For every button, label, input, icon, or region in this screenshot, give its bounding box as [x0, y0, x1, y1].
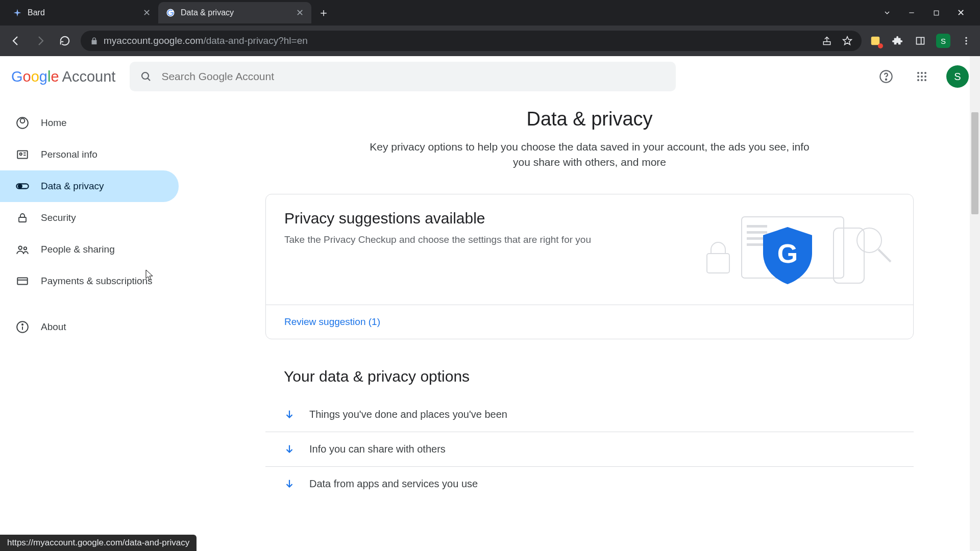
privacy-suggestions-card: Privacy suggestions available Take the P…: [265, 194, 914, 339]
svg-point-9: [965, 37, 967, 39]
chevron-down-icon[interactable]: [882, 8, 892, 18]
tab-strip: Bard ✕ Data & privacy ✕ ＋ ✕: [0, 0, 980, 26]
sidebar-item-personal-info[interactable]: Personal info: [0, 139, 179, 170]
back-button[interactable]: [7, 32, 24, 49]
page-viewport: Google Account S Home: [0, 56, 980, 551]
profile-badge[interactable]: S: [936, 34, 950, 48]
sidebar-item-label: Payments & subscriptions: [41, 276, 153, 287]
extension-badge-icon[interactable]: [869, 34, 882, 47]
card-icon: [15, 274, 30, 288]
window-controls: ✕: [882, 8, 975, 18]
sidebar-item-data-privacy[interactable]: Data & privacy: [0, 170, 179, 202]
sidebar-item-security[interactable]: Security: [0, 202, 179, 234]
sidebar-item-label: Security: [41, 212, 76, 223]
svg-point-20: [921, 76, 923, 78]
lock-icon: [15, 211, 30, 225]
sidebar-item-label: Data & privacy: [41, 181, 104, 192]
svg-text:G: G: [777, 239, 798, 268]
people-icon: [15, 242, 30, 257]
sidepanel-icon[interactable]: [914, 34, 927, 47]
main-content: Data & privacy Key privacy options to he…: [199, 97, 980, 551]
address-row: myaccount.google.com/data-and-privacy?hl…: [0, 26, 980, 56]
account-word: Account: [62, 68, 116, 85]
sidebar-item-label: About: [41, 321, 66, 333]
home-icon: [15, 116, 30, 130]
option-label: Things you've done and places you've bee…: [309, 409, 507, 420]
svg-line-13: [148, 78, 151, 81]
tab-label: Bard: [28, 8, 45, 17]
arrow-down-icon: [284, 443, 295, 455]
svg-point-34: [18, 246, 22, 250]
scrollbar-thumb[interactable]: [971, 112, 978, 214]
tab-data-privacy[interactable]: Data & privacy ✕: [158, 2, 311, 23]
apps-grid-icon[interactable]: [911, 65, 933, 88]
sidebar-item-people-sharing[interactable]: People & sharing: [0, 234, 179, 265]
lock-icon: [90, 37, 99, 45]
extensions-icon[interactable]: [891, 34, 904, 47]
status-bar-url: https://myaccount.google.com/data-and-pr…: [0, 535, 197, 551]
svg-rect-46: [834, 228, 864, 283]
avatar[interactable]: S: [946, 65, 969, 88]
svg-point-18: [924, 72, 926, 74]
info-icon: [15, 320, 30, 334]
page-title: Data & privacy: [260, 108, 919, 130]
toggle-icon: [15, 179, 30, 193]
svg-point-35: [24, 247, 27, 249]
arrow-down-icon: [284, 478, 295, 489]
page-subtitle: Key privacy options to help you choose t…: [365, 139, 814, 170]
svg-point-17: [921, 72, 923, 74]
app-header: Google Account S: [0, 56, 980, 97]
svg-marker-5: [843, 37, 852, 45]
svg-point-23: [921, 79, 923, 81]
star-icon[interactable]: [842, 36, 852, 46]
svg-rect-7: [917, 37, 924, 44]
address-bar[interactable]: myaccount.google.com/data-and-privacy?hl…: [81, 31, 862, 51]
new-tab-button[interactable]: ＋: [315, 5, 332, 21]
svg-point-10: [965, 40, 967, 41]
svg-rect-3: [934, 11, 939, 15]
tab-label: Data & privacy: [181, 8, 234, 17]
svg-point-40: [22, 324, 23, 325]
close-window-icon[interactable]: ✕: [955, 8, 966, 18]
kebab-menu-icon[interactable]: [960, 34, 973, 47]
sidebar: Home Personal info Data & privacy Securi…: [0, 97, 199, 551]
close-icon[interactable]: ✕: [295, 8, 304, 17]
option-label: Info you can share with others: [309, 443, 446, 455]
google-logo-icon: Google: [11, 68, 59, 85]
svg-point-22: [917, 79, 919, 81]
search-icon: [140, 70, 152, 83]
svg-point-21: [924, 76, 926, 78]
svg-rect-42: [747, 225, 767, 228]
svg-rect-33: [19, 217, 26, 222]
vertical-scrollbar[interactable]: [970, 56, 980, 551]
option-row-share[interactable]: Info you can share with others: [265, 432, 914, 467]
reload-button[interactable]: [56, 32, 74, 49]
help-icon[interactable]: [875, 65, 897, 88]
maximize-icon[interactable]: [931, 8, 941, 18]
svg-point-28: [20, 153, 22, 155]
minimize-icon[interactable]: [906, 8, 917, 18]
search-input[interactable]: [161, 70, 666, 83]
svg-point-48: [857, 228, 881, 253]
review-suggestion-link[interactable]: Review suggestion (1): [284, 316, 380, 327]
google-account-logo[interactable]: Google Account: [11, 68, 115, 85]
sidebar-item-label: Home: [41, 117, 67, 129]
bard-favicon-icon: [12, 8, 22, 18]
svg-point-12: [142, 72, 149, 79]
svg-rect-4: [823, 42, 830, 45]
forward-button[interactable]: [32, 32, 49, 49]
tab-bard[interactable]: Bard ✕: [5, 2, 158, 23]
privacy-shield-illustration-icon: G: [680, 210, 895, 286]
sidebar-item-home[interactable]: Home: [0, 107, 179, 139]
svg-point-24: [924, 79, 926, 81]
option-row-apps-data[interactable]: Data from apps and services you use: [265, 467, 914, 501]
option-row-activity[interactable]: Things you've done and places you've bee…: [265, 397, 914, 432]
close-icon[interactable]: ✕: [142, 8, 151, 17]
sidebar-item-label: People & sharing: [41, 244, 115, 255]
search-box[interactable]: [130, 62, 676, 91]
sidebar-item-about[interactable]: About: [0, 311, 179, 343]
svg-rect-43: [747, 231, 767, 234]
svg-point-25: [20, 118, 25, 123]
options-heading: Your data & privacy options: [265, 368, 914, 385]
share-icon[interactable]: [822, 36, 832, 46]
